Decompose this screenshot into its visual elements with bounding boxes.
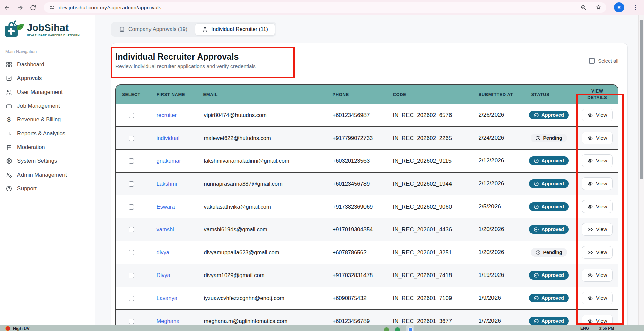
first-name-cell: vamshi (147, 218, 195, 241)
view-button[interactable]: View (582, 269, 613, 282)
email-cell: lakshmivanamaladinni@gmail.com (195, 149, 324, 172)
sidebar-item-approvals[interactable]: Approvals (0, 71, 95, 85)
person-icon (202, 26, 208, 32)
code-cell: IN_REC_202601_4436 (386, 218, 472, 241)
eye-icon (587, 250, 593, 255)
table-row: Lavanya iyzuawcvhfezzcgnhn@enotj.com +60… (116, 287, 618, 309)
address-bar[interactable]: dev.jobsihat.com.my/superadmin/approvals (44, 2, 606, 13)
clock[interactable]: 3:56 PM (599, 326, 614, 331)
row-checkbox[interactable] (129, 227, 134, 232)
first-name-link[interactable]: individual (157, 135, 180, 141)
first-name-cell: Lakshmi (147, 172, 195, 195)
first-name-link[interactable]: vamshi (157, 226, 174, 232)
browser-menu-icon[interactable]: ⋮ (632, 2, 639, 13)
status-badge: Pending (531, 134, 567, 142)
row-checkbox[interactable] (129, 319, 134, 324)
sidebar-item-system-settings[interactable]: System Settings (0, 154, 95, 168)
first-name-cell: Eswara (147, 195, 195, 218)
email-cell: vamshi619ds@gmail.com (195, 218, 324, 241)
sidebar-item-dashboard[interactable]: Dashboard (0, 58, 95, 71)
first-name-link[interactable]: Eswara (157, 204, 175, 210)
view-button[interactable]: View (582, 132, 613, 144)
scrollbar-thumb[interactable] (640, 20, 643, 179)
first-name-link[interactable]: divya (157, 249, 170, 255)
select-all-checkbox[interactable] (589, 58, 595, 64)
first-name-link[interactable]: Meghana (157, 318, 180, 324)
header-code: CODE (386, 85, 472, 104)
first-name-cell: Lavanya (147, 287, 195, 309)
view-button[interactable]: View (582, 154, 613, 167)
logo: JobSihat HEALTHCARE CAREERS PLATFORM (0, 15, 95, 43)
clock-icon (535, 250, 541, 255)
status-label: Approved (541, 318, 564, 324)
page-scrollbar (638, 15, 644, 331)
row-checkbox[interactable] (129, 136, 134, 141)
row-checkbox[interactable] (129, 273, 134, 278)
sidebar-item-user-management[interactable]: User Management (0, 85, 95, 99)
select-cell (116, 126, 147, 149)
status-badge: Approved (529, 317, 569, 325)
phone-cell: +917799072733 (324, 126, 386, 149)
first-name-link[interactable]: recruiter (157, 112, 177, 118)
zoom-out-icon[interactable] (580, 4, 587, 11)
taskbar-app-icon[interactable] (384, 327, 389, 331)
view-button[interactable]: View (582, 246, 613, 259)
sidebar-item-job-management[interactable]: Job Management (0, 99, 95, 113)
row-checkbox[interactable] (129, 250, 134, 255)
phone-cell: +917382369069 (324, 195, 386, 218)
profile-avatar[interactable]: R (614, 2, 624, 12)
status-badge: Approved (529, 111, 569, 119)
row-checkbox[interactable] (129, 181, 134, 187)
view-button[interactable]: View (582, 200, 613, 213)
reload-icon[interactable] (29, 3, 37, 12)
taskbar-app-icon[interactable] (395, 327, 400, 331)
sidebar-item-label: Admin Management (17, 172, 67, 178)
table-row: vamshi vamshi619ds@gmail.com +9170193043… (116, 218, 618, 241)
url-text: dev.jobsihat.com.my/superadmin/approvals (59, 5, 161, 11)
check-square-icon (5, 75, 12, 82)
view-label: View (596, 158, 607, 164)
tab-individual-recruiter[interactable]: Individual Recruiter (11) (195, 23, 275, 35)
sidebar-item-revenue-billing[interactable]: $ Revenue & Billing (0, 113, 95, 126)
status-badge: Approved (529, 294, 569, 302)
first-name-cell: divya (147, 241, 195, 264)
language-indicator[interactable]: ENG (580, 326, 589, 331)
sidebar-item-admin-management[interactable]: Admin Management (0, 168, 95, 182)
status-cell: Approved (523, 149, 575, 172)
forward-icon[interactable] (16, 3, 25, 12)
row-checkbox[interactable] (129, 158, 134, 164)
view-button[interactable]: View (582, 223, 613, 236)
chrome-taskbar-icon[interactable] (406, 325, 414, 331)
view-button[interactable]: View (582, 109, 613, 121)
header-status: STATUS (523, 85, 575, 104)
sidebar-item-reports-analytics[interactable]: Reports & Analytics (0, 126, 95, 140)
bookmark-star-icon[interactable] (595, 4, 602, 11)
row-checkbox[interactable] (129, 204, 134, 210)
first-name-link[interactable]: Lakshmi (157, 181, 177, 187)
code-cell: IN_REC_202602_9060 (386, 195, 472, 218)
row-checkbox[interactable] (129, 113, 134, 118)
tab-company-approvals[interactable]: Company Approvals (19) (112, 23, 194, 35)
row-checkbox[interactable] (129, 296, 134, 301)
sidebar-item-support[interactable]: Support (0, 182, 95, 195)
first-name-link[interactable]: Divya (157, 272, 170, 278)
header-phone: PHONE (324, 85, 386, 104)
table-row: Divya divyam1029@gmail.com +917032831478… (116, 264, 618, 287)
code-cell: IN_REC_202602_9115 (386, 149, 472, 172)
sidebar-item-moderation[interactable]: Moderation (0, 140, 95, 154)
taskbar-tray: ENG 3:56 PM (580, 326, 614, 331)
jobsihat-logo-icon (4, 20, 24, 39)
first-name-link[interactable]: Lavanya (157, 295, 177, 301)
first-name-link[interactable]: gnakumar (157, 158, 181, 164)
flag-icon (5, 144, 12, 151)
view-button[interactable]: View (582, 292, 613, 304)
screen: dev.jobsihat.com.my/superadmin/approvals… (0, 0, 644, 331)
eye-icon (587, 204, 593, 210)
view-button[interactable]: View (582, 177, 613, 190)
sidebar-item-label: Job Management (17, 103, 60, 109)
taskbar-weather-widget[interactable]: High UV (5, 326, 30, 331)
back-icon[interactable] (3, 3, 11, 12)
sidebar: JobSihat HEALTHCARE CAREERS PLATFORM Mai… (0, 15, 95, 331)
view-label: View (596, 226, 607, 232)
site-settings-icon[interactable] (49, 5, 55, 10)
